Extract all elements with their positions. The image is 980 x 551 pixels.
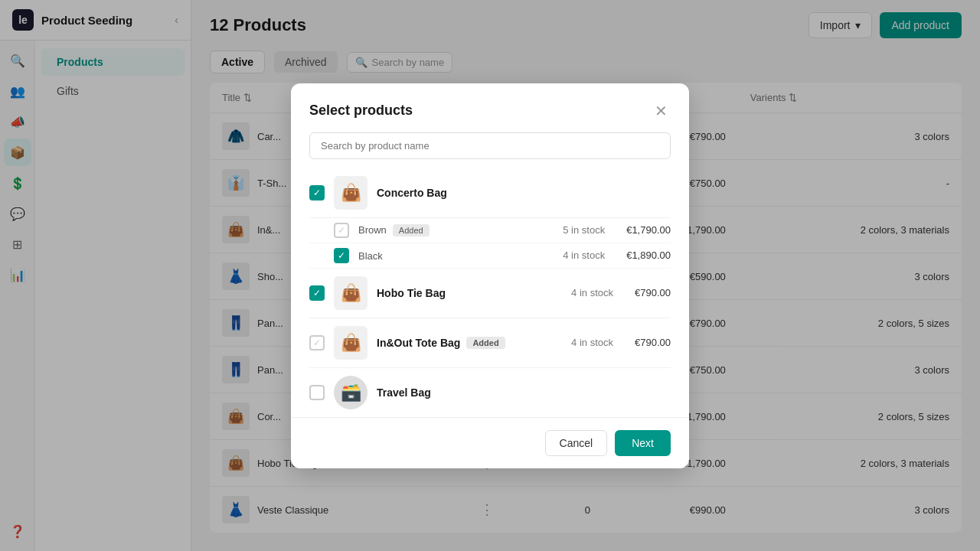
hobo-tie-bag-thumb: 👜 [334,276,368,310]
inout-price: €790.00 [635,337,671,348]
modal-overlay: Select products ✕ ✓ 👜 Concerto Bag ✓ Bro… [0,0,980,551]
modal-title: Select products [309,103,413,119]
brown-added-badge: Added [393,224,430,236]
list-item-concerto-bag: ✓ 👜 Concerto Bag [309,168,671,218]
inout-added-badge: Added [466,337,505,349]
modal-search-area [291,123,689,168]
black-stock: 4 in stock [563,249,605,261]
cancel-button[interactable]: Cancel [545,430,608,456]
travel-bag-name: Travel Bag [377,386,671,399]
black-variant-name: Black [358,250,383,262]
modal-product-list: ✓ 👜 Concerto Bag ✓ Brown Added 5 in stoc… [291,168,689,417]
variant-row-brown: ✓ Brown Added 5 in stock €1,790.00 [309,218,671,243]
brown-variant-name: Brown [358,224,387,236]
inout-stock: 4 in stock [571,337,613,348]
inout-tote-bag-info: In&Out Tote Bag Added [377,337,562,349]
concerto-bag-name: Concerto Bag [377,187,671,199]
hobo-price: €790.00 [635,287,671,298]
inout-tote-bag-checkbox[interactable]: ✓ [309,335,325,350]
list-item-hobo-tie-bag: ✓ 👜 Hobo Tie Bag 4 in stock €790.00 [309,269,671,318]
select-products-modal: Select products ✕ ✓ 👜 Concerto Bag ✓ Bro… [291,83,689,468]
modal-search-input[interactable] [309,132,671,159]
modal-footer: Cancel Next [291,417,689,468]
concerto-bag-checkbox[interactable]: ✓ [309,185,325,201]
variant-row-black: ✓ Black 4 in stock €1,890.00 [309,243,671,269]
inout-tote-bag-thumb: 👜 [334,326,368,360]
list-item-travel-bag: 🗃️ Travel Bag [309,368,671,417]
travel-bag-checkbox[interactable] [309,385,325,400]
brown-price: €1,790.00 [626,224,671,236]
travel-bag-thumb: 🗃️ [334,376,368,409]
hobo-tie-bag-name: Hobo Tie Bag [377,287,562,299]
concerto-bag-thumb: 👜 [334,176,368,210]
brown-checkbox[interactable]: ✓ [334,223,349,238]
brown-stock: 5 in stock [563,224,605,236]
hobo-tie-bag-info: Hobo Tie Bag [377,287,562,299]
hobo-stock: 4 in stock [571,287,613,298]
concerto-bag-info: Concerto Bag [377,187,671,199]
next-button[interactable]: Next [615,430,671,456]
modal-header: Select products ✕ [291,83,689,123]
travel-bag-info: Travel Bag [377,386,671,399]
hobo-tie-bag-checkbox[interactable]: ✓ [309,285,325,301]
list-item-inout-tote-bag: ✓ 👜 In&Out Tote Bag Added 4 in stock €79… [309,318,671,368]
black-price: €1,890.00 [626,249,671,261]
inout-tote-bag-name: In&Out Tote Bag [377,337,460,349]
black-checkbox[interactable]: ✓ [334,248,349,263]
modal-close-button[interactable]: ✕ [652,99,671,123]
